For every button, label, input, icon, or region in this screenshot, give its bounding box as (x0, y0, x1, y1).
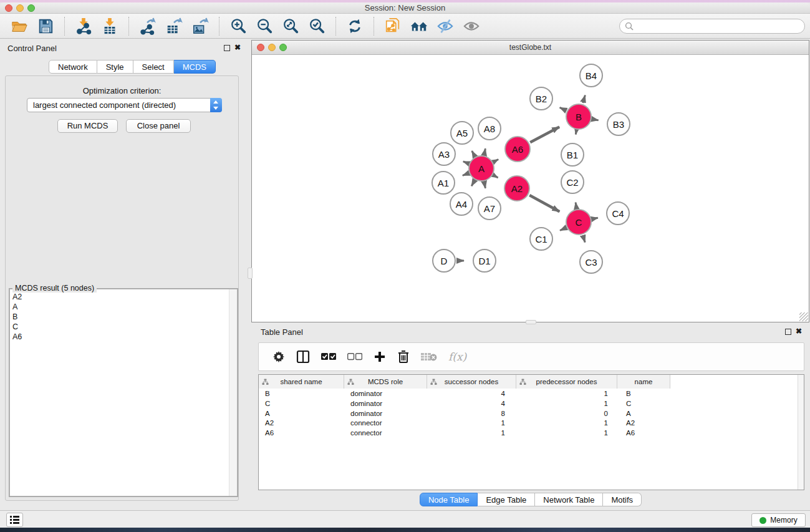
refresh-icon[interactable] (345, 16, 365, 36)
show-details-icon[interactable] (461, 16, 481, 36)
result-item[interactable]: A6 (10, 332, 237, 342)
export-image-icon[interactable] (190, 16, 210, 36)
control-panel-close-icon[interactable]: ✖ (234, 44, 241, 51)
table-cell: dominator (344, 399, 427, 409)
table-panel-close-icon[interactable]: ✖ (796, 328, 802, 334)
tab-motifs[interactable]: Motifs (603, 493, 642, 506)
column-header-predecessor-nodes[interactable]: predecessor nodes (516, 375, 617, 389)
result-list-scrollbar[interactable] (229, 289, 237, 496)
tab-select[interactable]: Select (133, 60, 174, 74)
gear-icon[interactable] (272, 347, 285, 366)
table-row[interactable]: Cdominator41C (259, 399, 670, 409)
zoom-out-icon[interactable] (254, 16, 274, 36)
main-toolbar (0, 14, 810, 39)
network-minimize-button[interactable] (268, 44, 276, 51)
graph-node-C4[interactable]: C4 (606, 201, 630, 225)
mcds-result-list[interactable]: A2ABCA6 (9, 289, 238, 496)
delete-table-icon[interactable] (421, 347, 437, 366)
result-item[interactable]: A2 (10, 292, 237, 302)
pane-gripper-left[interactable] (248, 268, 253, 279)
tab-node-table[interactable]: Node Table (420, 493, 478, 506)
table-cell: C (259, 399, 344, 409)
hide-details-icon[interactable] (435, 16, 455, 36)
result-item[interactable]: C (10, 322, 237, 332)
tab-network[interactable]: Network (49, 60, 97, 74)
graph-node-A8[interactable]: A8 (478, 117, 501, 140)
table-scrollbar[interactable] (798, 375, 804, 490)
graph-node-B1[interactable]: B1 (561, 143, 584, 167)
tab-edge-table[interactable]: Edge Table (478, 493, 535, 506)
pane-gripper-bottom[interactable] (526, 320, 536, 324)
graph-node-B4[interactable]: B4 (579, 64, 603, 87)
column-header-MCDS-role[interactable]: MCDS role (344, 375, 427, 389)
task-history-button[interactable] (6, 513, 23, 527)
deselect-all-icon[interactable] (347, 347, 362, 366)
zoom-selected-icon[interactable] (307, 16, 327, 36)
delete-column-icon[interactable] (397, 347, 410, 366)
network-zoom-button[interactable] (279, 44, 287, 51)
network-close-button[interactable] (257, 44, 264, 51)
column-settings-icon[interactable] (296, 347, 310, 366)
zoom-window-button[interactable] (27, 4, 35, 12)
network-window-title: testGlobe.txt (252, 41, 809, 54)
graph-node-B2[interactable]: B2 (529, 87, 553, 110)
table-panel-tabs: Node Table Edge Table Network Table Moti… (251, 493, 810, 506)
table-row[interactable]: A2connector11A2 (259, 418, 670, 428)
search-field[interactable] (619, 19, 805, 34)
criterion-dropdown[interactable]: largest connected component (directed) (27, 98, 222, 112)
save-session-icon[interactable] (36, 16, 55, 36)
column-header-name[interactable]: name (617, 375, 670, 389)
control-panel-float-icon[interactable] (224, 45, 230, 51)
column-header-successor-nodes[interactable]: successor nodes (427, 375, 516, 389)
add-column-icon[interactable] (374, 347, 386, 366)
export-network-icon[interactable] (138, 16, 158, 36)
tab-network-table[interactable]: Network Table (535, 493, 603, 506)
tab-mcds[interactable]: MCDS (174, 60, 216, 74)
export-table-icon[interactable] (164, 16, 184, 36)
table-row[interactable]: Bdominator41B (259, 389, 670, 399)
control-panel-title: Control Panel (7, 44, 57, 53)
graph-node-A7[interactable]: A7 (478, 196, 501, 220)
zoom-in-icon[interactable] (228, 16, 248, 36)
network-file-icon[interactable] (383, 16, 403, 36)
select-all-icon[interactable] (321, 347, 336, 366)
run-mcds-button[interactable]: Run MCDS (57, 119, 118, 133)
zoom-fit-icon[interactable] (281, 16, 301, 36)
import-table-icon[interactable] (100, 16, 120, 36)
graph-node-A3[interactable]: A3 (432, 142, 456, 166)
network-canvas[interactable]: B4B2BB3A8A5A6A3B1AA1C2A2A4A7C4CC1C3DD1 (253, 56, 808, 322)
graph-node-A4[interactable]: A4 (450, 192, 473, 216)
graph-node-A2[interactable]: A2 (504, 175, 530, 201)
close-panel-button[interactable]: Close panel (126, 119, 191, 133)
import-network-icon[interactable] (74, 16, 94, 36)
close-window-button[interactable] (5, 4, 12, 12)
graph-node-D1[interactable]: D1 (473, 249, 496, 273)
graph-node-C3[interactable]: C3 (579, 250, 603, 274)
table-cell: 4 (427, 389, 516, 399)
graph-node-C2[interactable]: C2 (561, 170, 584, 194)
result-item[interactable]: B (10, 312, 237, 322)
graph-node-A[interactable]: A (468, 155, 494, 181)
home-icon[interactable] (409, 16, 429, 36)
memory-button[interactable]: Memory (751, 513, 806, 527)
graph-node-C[interactable]: C (566, 209, 592, 235)
minimize-window-button[interactable] (16, 4, 24, 12)
graph-node-A5[interactable]: A5 (450, 121, 474, 145)
graph-node-B[interactable]: B (566, 104, 592, 130)
node-table[interactable]: shared nameMCDS rolesuccessor nodesprede… (258, 374, 804, 490)
graph-node-A1[interactable]: A1 (432, 171, 455, 195)
graph-node-C1[interactable]: C1 (529, 227, 553, 251)
resize-grip-icon[interactable] (799, 312, 808, 321)
graph-node-A6[interactable]: A6 (504, 136, 531, 162)
table-row[interactable]: Adominator80A (259, 409, 670, 419)
tab-style[interactable]: Style (97, 60, 133, 74)
result-item[interactable]: A (10, 302, 237, 312)
graph-node-B3[interactable]: B3 (607, 112, 630, 136)
function-builder-icon[interactable]: f(x) (448, 347, 466, 366)
table-panel-float-icon[interactable] (785, 329, 791, 335)
table-row[interactable]: A6connector11A6 (259, 428, 670, 438)
column-header-shared-name[interactable]: shared name (259, 375, 344, 389)
open-session-icon[interactable] (9, 16, 29, 36)
graph-node-D[interactable]: D (432, 249, 456, 273)
search-input[interactable] (634, 20, 804, 32)
